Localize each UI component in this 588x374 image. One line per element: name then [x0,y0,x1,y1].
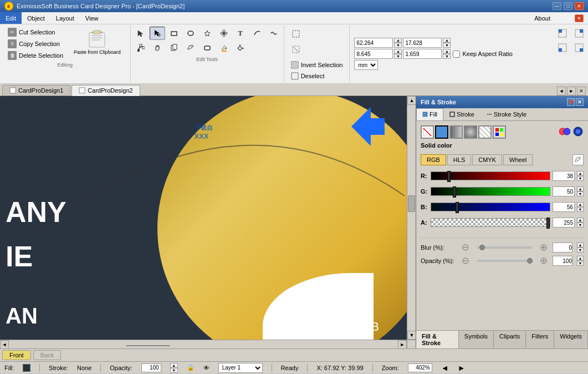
deselect-button[interactable]: Deselect [289,71,345,81]
panel-restore-btn[interactable]: □ [564,14,572,22]
eye-icon[interactable]: 👁 [203,365,209,371]
g-value-input[interactable] [553,186,575,196]
r-slider-track[interactable] [431,171,550,180]
opacity-status-up[interactable]: ▲ [170,363,178,368]
star-tool[interactable] [200,27,215,40]
x-coord-down[interactable]: ▼ [394,43,402,48]
g-slider-track[interactable] [431,187,550,196]
blur-increase-icon[interactable] [539,243,548,252]
flat-color-button[interactable] [435,125,448,139]
invert-selection-button[interactable]: Invert Selection [289,60,345,70]
dropper-tool[interactable] [183,41,198,54]
canvas-scrollbar-horizontal[interactable]: ◄ ► [0,340,407,348]
hand-tool[interactable] [150,41,165,54]
scroll-down-button[interactable]: ▼ [407,331,416,340]
layer-back-tab[interactable]: Back [33,350,61,360]
delete-selection-button[interactable]: 🗑 Delete Selection [4,50,67,61]
bottom-tab-cliparts[interactable]: Cliparts [494,331,526,348]
b-slider-thumb[interactable] [456,202,459,213]
eyedropper-button[interactable] [572,154,584,165]
keep-aspect-ratio-checkbox[interactable] [453,50,460,58]
fill-tool[interactable] [216,41,232,54]
zoom-decrease-btn[interactable]: ◄ [441,363,449,372]
opacity-value-input[interactable] [553,256,572,266]
tab-close[interactable]: ✕ [577,87,586,95]
r-spin-down[interactable]: ▼ [577,176,584,181]
y-coord-down[interactable]: ▼ [443,43,451,48]
selection-toggle[interactable] [289,27,303,41]
opacity-slider-thumb[interactable] [527,258,533,264]
b-slider-track[interactable] [431,203,550,211]
y-coord-up[interactable]: ▲ [443,38,451,43]
zoom-increase-btn[interactable]: ► [458,363,466,372]
align-top-left[interactable] [555,27,570,40]
linear-gradient-button[interactable] [449,125,463,139]
node-tool[interactable] [133,41,149,54]
h-coord-down[interactable]: ▼ [443,54,451,59]
panel-minimize-btn[interactable]: ─ [553,14,561,22]
blur-spin-up[interactable]: ▲ [577,242,584,247]
bottom-tab-fill-stroke[interactable]: Fill & Stroke [416,331,459,348]
w-coord-down[interactable]: ▼ [394,54,402,59]
tab-cardprodesign1[interactable]: CardProDesign1 [2,85,70,95]
deselect-toggle[interactable] [289,42,303,57]
opacity-increase-icon[interactable] [539,256,548,265]
menu-edit[interactable]: Edit [0,12,22,24]
align-bottom-right[interactable] [571,41,587,54]
about-label[interactable]: About [534,15,550,22]
menu-object[interactable]: Object [22,12,50,24]
a-slider-thumb[interactable] [546,218,550,229]
g-spin-up[interactable]: ▲ [577,186,584,191]
panel-close-btn[interactable]: ✕ [576,98,584,106]
blur-decrease-icon[interactable] [461,243,470,252]
bottom-tab-symbols[interactable]: Symbols [459,331,494,348]
swatch-button[interactable] [493,125,506,139]
curve-tool[interactable] [249,27,265,40]
b-spin-up[interactable]: ▲ [577,202,584,207]
opacity-slider-track[interactable] [477,260,533,262]
x-coord-input[interactable] [354,38,393,48]
cmyk-mode-button[interactable]: CMYK [472,154,502,165]
blur-spin-down[interactable]: ▼ [577,247,584,252]
no-fill-button[interactable] [421,125,434,139]
a-slider-track[interactable] [431,218,550,227]
lock-icon[interactable]: 🔒 [187,364,195,371]
copy-style-tool[interactable] [166,41,182,54]
x-coord-up[interactable]: ▲ [394,38,402,43]
blur-value-input[interactable] [553,242,572,252]
h-coord-up[interactable]: ▲ [443,49,451,54]
copy-selection-button[interactable]: ⎘ Copy Selection [4,38,67,49]
minimize-button[interactable]: ─ [553,2,561,10]
rgb-mode-button[interactable]: RGB [421,154,446,165]
cut-selection-button[interactable]: ✂ Cut Selection [4,27,67,38]
scroll-up-button[interactable]: ▲ [407,96,416,105]
scroll-thumb-vertical[interactable] [408,195,415,212]
select-tool[interactable] [150,27,165,40]
blur-slider-thumb[interactable] [479,245,485,250]
bottom-tab-widgets[interactable]: Widgets [554,331,588,348]
blur-slider-track[interactable] [477,246,533,249]
tab-fill[interactable]: Fill [416,108,443,120]
panel-pin-button[interactable]: 📌 [567,98,575,106]
text-tool[interactable]: T [233,27,248,40]
ellipse-tool[interactable] [183,27,198,40]
a-value-input[interactable] [553,218,575,228]
tab-stroke-style[interactable]: Stroke Style [480,108,533,120]
g-slider-thumb[interactable] [453,186,456,198]
scroll-track-vertical[interactable] [407,105,416,331]
w-coord-input[interactable] [354,49,393,59]
zoom-input[interactable] [408,363,432,372]
flower-tool[interactable] [216,27,232,40]
wave-tool[interactable] [266,27,282,40]
copy-fill-icon[interactable] [559,126,570,138]
r-slider-thumb[interactable] [447,171,451,182]
wheel-mode-button[interactable]: Wheel [503,154,533,165]
transform-tool[interactable] [233,41,248,54]
opacity-status-down[interactable]: ▼ [170,368,178,373]
r-spin-up[interactable]: ▲ [577,171,584,176]
panel-close-btn[interactable]: ✕ [575,14,584,22]
menu-layout[interactable]: Layout [50,12,80,24]
tab-scroll-left[interactable]: ◄ [557,87,566,95]
w-coord-up[interactable]: ▲ [394,49,402,54]
layer-select[interactable]: Layer 1 [218,363,263,373]
